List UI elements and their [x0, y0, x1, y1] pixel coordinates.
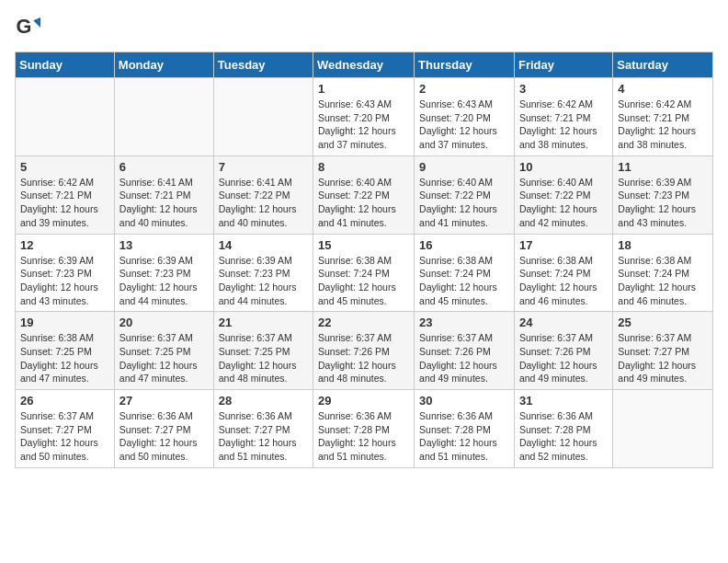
- svg-text:G: G: [17, 15, 32, 38]
- calendar-cell: [213, 78, 313, 156]
- calendar-cell: 31Sunrise: 6:36 AM Sunset: 7:28 PM Dayli…: [514, 390, 612, 468]
- calendar-cell: 5Sunrise: 6:42 AM Sunset: 7:21 PM Daylig…: [16, 155, 115, 234]
- day-info: Sunrise: 6:36 AM Sunset: 7:27 PM Dayligh…: [219, 409, 308, 464]
- day-info: Sunrise: 6:39 AM Sunset: 7:23 PM Dayligh…: [119, 254, 209, 308]
- calendar-cell: [16, 78, 115, 156]
- day-info: Sunrise: 6:36 AM Sunset: 7:28 PM Dayligh…: [419, 409, 509, 464]
- day-number: 23: [419, 316, 509, 329]
- calendar-week-row: 19Sunrise: 6:38 AM Sunset: 7:25 PM Dayli…: [16, 312, 713, 390]
- day-number: 13: [119, 238, 209, 252]
- calendar-cell: 23Sunrise: 6:37 AM Sunset: 7:26 PM Dayli…: [415, 312, 515, 390]
- day-number: 29: [318, 394, 409, 408]
- day-info: Sunrise: 6:39 AM Sunset: 7:23 PM Dayligh…: [219, 254, 308, 308]
- calendar-cell: 16Sunrise: 6:38 AM Sunset: 7:24 PM Dayli…: [415, 234, 515, 312]
- day-header-monday: Monday: [114, 52, 213, 78]
- day-header-tuesday: Tuesday: [213, 52, 313, 78]
- day-number: 24: [519, 316, 608, 329]
- calendar-cell: 3Sunrise: 6:42 AM Sunset: 7:21 PM Daylig…: [514, 78, 612, 156]
- day-info: Sunrise: 6:37 AM Sunset: 7:27 PM Dayligh…: [20, 409, 109, 464]
- day-info: Sunrise: 6:38 AM Sunset: 7:24 PM Dayligh…: [519, 254, 608, 308]
- day-number: 4: [618, 82, 708, 96]
- calendar-cell: 18Sunrise: 6:38 AM Sunset: 7:24 PM Dayli…: [613, 234, 713, 312]
- day-number: 14: [219, 238, 308, 252]
- day-info: Sunrise: 6:42 AM Sunset: 7:21 PM Dayligh…: [618, 98, 708, 152]
- day-info: Sunrise: 6:37 AM Sunset: 7:26 PM Dayligh…: [419, 331, 509, 385]
- calendar-week-row: 1Sunrise: 6:43 AM Sunset: 7:20 PM Daylig…: [16, 78, 713, 156]
- day-number: 15: [318, 238, 409, 252]
- day-info: Sunrise: 6:39 AM Sunset: 7:23 PM Dayligh…: [618, 176, 708, 230]
- day-info: Sunrise: 6:40 AM Sunset: 7:22 PM Dayligh…: [519, 176, 608, 230]
- calendar-cell: 9Sunrise: 6:40 AM Sunset: 7:22 PM Daylig…: [415, 155, 515, 234]
- day-info: Sunrise: 6:43 AM Sunset: 7:20 PM Dayligh…: [318, 98, 409, 152]
- day-info: Sunrise: 6:38 AM Sunset: 7:24 PM Dayligh…: [419, 254, 509, 308]
- day-info: Sunrise: 6:38 AM Sunset: 7:24 PM Dayligh…: [318, 254, 409, 308]
- calendar-cell: 6Sunrise: 6:41 AM Sunset: 7:21 PM Daylig…: [114, 155, 213, 234]
- day-number: 22: [318, 316, 409, 329]
- day-info: Sunrise: 6:36 AM Sunset: 7:27 PM Dayligh…: [119, 409, 209, 464]
- calendar-cell: 8Sunrise: 6:40 AM Sunset: 7:22 PM Daylig…: [313, 155, 415, 234]
- day-info: Sunrise: 6:37 AM Sunset: 7:25 PM Dayligh…: [119, 331, 209, 385]
- day-info: Sunrise: 6:38 AM Sunset: 7:25 PM Dayligh…: [20, 331, 109, 385]
- calendar-cell: 24Sunrise: 6:37 AM Sunset: 7:26 PM Dayli…: [514, 312, 612, 390]
- calendar-cell: 14Sunrise: 6:39 AM Sunset: 7:23 PM Dayli…: [213, 234, 313, 312]
- calendar-week-row: 5Sunrise: 6:42 AM Sunset: 7:21 PM Daylig…: [16, 155, 713, 234]
- day-number: 16: [419, 238, 509, 252]
- day-info: Sunrise: 6:37 AM Sunset: 7:26 PM Dayligh…: [519, 331, 608, 385]
- calendar-cell: 25Sunrise: 6:37 AM Sunset: 7:27 PM Dayli…: [613, 312, 713, 390]
- day-number: 19: [20, 316, 109, 329]
- day-info: Sunrise: 6:39 AM Sunset: 7:23 PM Dayligh…: [20, 254, 109, 308]
- day-info: Sunrise: 6:42 AM Sunset: 7:21 PM Dayligh…: [519, 98, 608, 152]
- day-info: Sunrise: 6:40 AM Sunset: 7:22 PM Dayligh…: [419, 176, 509, 230]
- day-header-saturday: Saturday: [613, 52, 713, 78]
- logo: G: [15, 15, 44, 40]
- calendar-cell: 7Sunrise: 6:41 AM Sunset: 7:22 PM Daylig…: [213, 155, 313, 234]
- day-number: 18: [618, 238, 708, 252]
- calendar-week-row: 12Sunrise: 6:39 AM Sunset: 7:23 PM Dayli…: [16, 234, 713, 312]
- day-header-wednesday: Wednesday: [313, 52, 415, 78]
- day-number: 7: [219, 160, 308, 174]
- day-info: Sunrise: 6:36 AM Sunset: 7:28 PM Dayligh…: [519, 409, 608, 464]
- day-number: 25: [618, 316, 708, 329]
- day-info: Sunrise: 6:37 AM Sunset: 7:25 PM Dayligh…: [219, 331, 308, 385]
- day-header-thursday: Thursday: [415, 52, 515, 78]
- day-number: 17: [519, 238, 608, 252]
- calendar-cell: 1Sunrise: 6:43 AM Sunset: 7:20 PM Daylig…: [313, 78, 415, 156]
- day-info: Sunrise: 6:42 AM Sunset: 7:21 PM Dayligh…: [20, 176, 109, 230]
- day-number: 26: [20, 394, 109, 408]
- calendar-cell: 29Sunrise: 6:36 AM Sunset: 7:28 PM Dayli…: [313, 390, 415, 468]
- day-info: Sunrise: 6:37 AM Sunset: 7:27 PM Dayligh…: [618, 331, 708, 385]
- calendar-cell: 26Sunrise: 6:37 AM Sunset: 7:27 PM Dayli…: [16, 390, 115, 468]
- calendar-header-row: SundayMondayTuesdayWednesdayThursdayFrid…: [16, 52, 713, 78]
- calendar-week-row: 26Sunrise: 6:37 AM Sunset: 7:27 PM Dayli…: [16, 390, 713, 468]
- day-number: 20: [119, 316, 209, 329]
- calendar-cell: 30Sunrise: 6:36 AM Sunset: 7:28 PM Dayli…: [415, 390, 515, 468]
- calendar-cell: 22Sunrise: 6:37 AM Sunset: 7:26 PM Dayli…: [313, 312, 415, 390]
- day-header-sunday: Sunday: [16, 52, 115, 78]
- day-info: Sunrise: 6:43 AM Sunset: 7:20 PM Dayligh…: [419, 98, 509, 152]
- day-number: 6: [119, 160, 209, 174]
- calendar-cell: 21Sunrise: 6:37 AM Sunset: 7:25 PM Dayli…: [213, 312, 313, 390]
- day-number: 11: [618, 160, 708, 174]
- calendar-cell: 20Sunrise: 6:37 AM Sunset: 7:25 PM Dayli…: [114, 312, 213, 390]
- day-number: 10: [519, 160, 608, 174]
- day-number: 27: [119, 394, 209, 408]
- calendar-cell: 13Sunrise: 6:39 AM Sunset: 7:23 PM Dayli…: [114, 234, 213, 312]
- calendar-cell: [613, 390, 713, 468]
- day-number: 2: [419, 82, 509, 96]
- day-number: 9: [419, 160, 509, 174]
- calendar-cell: 2Sunrise: 6:43 AM Sunset: 7:20 PM Daylig…: [415, 78, 515, 156]
- svg-marker-1: [33, 17, 40, 28]
- day-number: 28: [219, 394, 308, 408]
- day-info: Sunrise: 6:41 AM Sunset: 7:21 PM Dayligh…: [119, 176, 209, 230]
- day-info: Sunrise: 6:40 AM Sunset: 7:22 PM Dayligh…: [318, 176, 409, 230]
- calendar-cell: 19Sunrise: 6:38 AM Sunset: 7:25 PM Dayli…: [16, 312, 115, 390]
- day-number: 3: [519, 82, 608, 96]
- day-number: 21: [219, 316, 308, 329]
- calendar-cell: 28Sunrise: 6:36 AM Sunset: 7:27 PM Dayli…: [213, 390, 313, 468]
- day-info: Sunrise: 6:37 AM Sunset: 7:26 PM Dayligh…: [318, 331, 409, 385]
- calendar-cell: 11Sunrise: 6:39 AM Sunset: 7:23 PM Dayli…: [613, 155, 713, 234]
- calendar-cell: 4Sunrise: 6:42 AM Sunset: 7:21 PM Daylig…: [613, 78, 713, 156]
- calendar-cell: 15Sunrise: 6:38 AM Sunset: 7:24 PM Dayli…: [313, 234, 415, 312]
- calendar-cell: 10Sunrise: 6:40 AM Sunset: 7:22 PM Dayli…: [514, 155, 612, 234]
- calendar-cell: 27Sunrise: 6:36 AM Sunset: 7:27 PM Dayli…: [114, 390, 213, 468]
